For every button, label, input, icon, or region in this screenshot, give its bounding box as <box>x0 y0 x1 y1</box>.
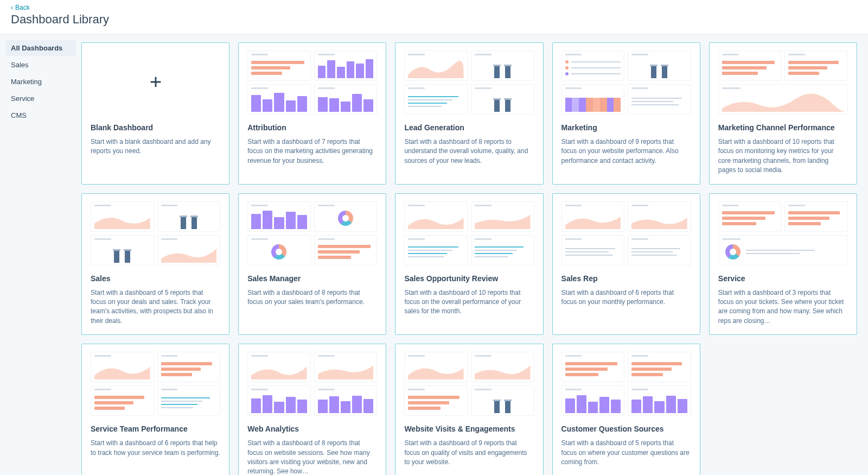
dashboard-card-sales[interactable]: SalesStart with a dashboard of 5 reports… <box>81 193 229 335</box>
dashboard-card-website-visits-engagements[interactable]: Website Visits & EngagementsStart with a… <box>395 344 543 475</box>
card-description: Start with a dashboard of 8 reports that… <box>247 439 377 475</box>
card-title: Marketing Channel Performance <box>718 123 848 132</box>
card-title: Marketing <box>561 123 691 132</box>
card-title: Service Team Performance <box>91 425 220 433</box>
card-description: Start with a dashboard of 9 reports that… <box>561 137 691 166</box>
card-thumbnail <box>91 352 220 416</box>
card-thumbnail <box>247 50 377 115</box>
card-title: Sales Opportunity Review <box>404 274 534 283</box>
card-description: Start with a dashboard of 6 reports that… <box>561 288 691 307</box>
chevron-left-icon: ‹ <box>11 4 13 11</box>
dashboard-card-service-team-performance[interactable]: Service Team PerformanceStart with a das… <box>81 344 229 475</box>
sidebar: All DashboardsSalesMarketingServiceCMS <box>0 35 76 475</box>
card-title: Blank Dashboard <box>91 123 220 132</box>
card-thumbnail <box>561 352 691 416</box>
card-description: Start with a dashboard of 10 reports tha… <box>404 288 534 316</box>
card-title: Web Analytics <box>247 425 377 433</box>
card-thumbnail <box>404 50 534 115</box>
card-description: Start with a dashboard of 6 reports that… <box>91 439 220 458</box>
sidebar-item-label: Service <box>11 94 34 103</box>
card-thumbnail <box>404 201 534 265</box>
dashboard-card-marketing[interactable]: MarketingStart with a dashboard of 9 rep… <box>552 42 700 185</box>
card-title: Sales <box>91 274 220 283</box>
dashboard-card-marketing-channel-performance[interactable]: Marketing Channel PerformanceStart with … <box>709 42 857 185</box>
back-link-label: Back <box>15 4 30 11</box>
page-title: Dashboard Library <box>11 12 857 27</box>
card-description: Start with a dashboard of 3 reports that… <box>718 288 848 326</box>
dashboard-card-attribution[interactable]: AttributionStart with a dashboard of 7 r… <box>238 42 386 185</box>
card-thumbnail <box>718 50 848 115</box>
card-title: Sales Rep <box>561 274 691 283</box>
card-title: Attribution <box>247 123 377 132</box>
card-title: Service <box>718 274 848 283</box>
card-description: Start with a dashboard of 9 reports that… <box>404 439 534 467</box>
dashboard-card-web-analytics[interactable]: Web AnalyticsStart with a dashboard of 8… <box>238 344 386 475</box>
sidebar-item-label: Sales <box>11 61 29 69</box>
card-description: Start with a blank dashboard and add any… <box>91 137 220 156</box>
card-title: Sales Manager <box>247 274 377 283</box>
card-description: Start with a dashboard of 7 reports that… <box>247 137 377 166</box>
card-thumbnail <box>91 50 220 115</box>
card-description: Start with a dashboard of 5 reports that… <box>91 288 220 326</box>
card-description: Start with a dashboard of 8 reports that… <box>247 288 377 307</box>
dashboard-card-grid: Blank DashboardStart with a blank dashbo… <box>76 35 868 475</box>
dashboard-card-service[interactable]: ServiceStart with a dashboard of 3 repor… <box>709 193 857 335</box>
card-description: Start with a dashboard of 10 reports tha… <box>718 137 848 175</box>
card-thumbnail <box>91 201 220 265</box>
card-thumbnail <box>718 201 848 265</box>
page-header: ‹ Back Dashboard Library <box>0 0 868 35</box>
plus-icon <box>148 74 163 91</box>
card-thumbnail <box>404 352 534 416</box>
dashboard-card-blank[interactable]: Blank DashboardStart with a blank dashbo… <box>81 42 229 185</box>
card-title: Customer Question Sources <box>561 425 691 433</box>
card-thumbnail <box>247 201 377 265</box>
card-title: Website Visits & Engagements <box>404 425 534 433</box>
sidebar-item-all-dashboards[interactable]: All Dashboards <box>5 40 76 56</box>
card-description: Start with a dashboard of 8 reports to u… <box>404 137 534 166</box>
sidebar-item-cms[interactable]: CMS <box>5 107 76 123</box>
back-link[interactable]: ‹ Back <box>11 4 30 11</box>
sidebar-item-label: CMS <box>11 111 27 119</box>
card-title: Lead Generation <box>404 123 534 132</box>
dashboard-card-lead-generation[interactable]: Lead GenerationStart with a dashboard of… <box>395 42 543 185</box>
card-description: Start with a dashboard of 5 reports that… <box>561 439 691 467</box>
dashboard-card-sales-manager[interactable]: Sales ManagerStart with a dashboard of 8… <box>238 193 386 335</box>
card-thumbnail <box>561 201 691 265</box>
dashboard-card-sales-rep[interactable]: Sales RepStart with a dashboard of 6 rep… <box>552 193 700 335</box>
card-thumbnail <box>247 352 377 416</box>
sidebar-item-label: Marketing <box>11 78 42 86</box>
dashboard-card-sales-opportunity-review[interactable]: Sales Opportunity ReviewStart with a das… <box>395 193 543 335</box>
sidebar-item-sales[interactable]: Sales <box>5 57 76 73</box>
dashboard-card-customer-question-sources[interactable]: Customer Question SourcesStart with a da… <box>552 344 700 475</box>
sidebar-item-service[interactable]: Service <box>5 91 76 106</box>
card-thumbnail <box>561 50 691 115</box>
sidebar-item-label: All Dashboards <box>11 44 62 52</box>
sidebar-item-marketing[interactable]: Marketing <box>5 74 76 90</box>
